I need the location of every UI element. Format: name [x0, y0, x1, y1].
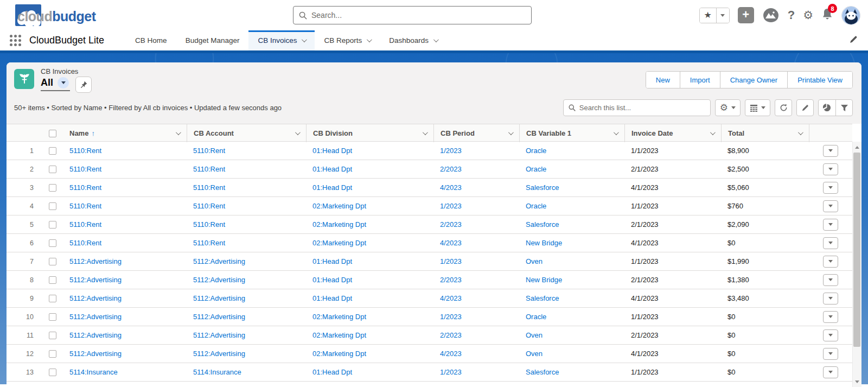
cell-name-link[interactable]: 5110:Rent — [69, 239, 101, 247]
cell-cb-division-link[interactable]: 01:Head Dpt — [312, 368, 352, 376]
row-checkbox[interactable] — [49, 276, 56, 284]
trailhead-icon[interactable] — [762, 8, 780, 23]
cell-cb-variable-1-link[interactable]: Salesforce — [526, 220, 559, 229]
row-checkbox[interactable] — [49, 166, 56, 173]
row-checkbox[interactable] — [49, 184, 56, 192]
favorites-star-button[interactable]: ★ — [700, 8, 716, 23]
cell-name-link[interactable]: 5110:Rent — [69, 202, 101, 210]
row-actions-button[interactable] — [823, 200, 838, 212]
cell-cb-account-link[interactable]: 5110:Rent — [193, 239, 225, 247]
cell-name-link[interactable]: 5112:Advertising — [69, 257, 122, 265]
cell-cb-variable-1-link[interactable]: Oracle — [526, 165, 546, 173]
cell-cb-period-link[interactable]: 1/2023 — [440, 368, 462, 376]
cell-cb-division-link[interactable]: 02:Marketing Dpt — [312, 313, 366, 321]
cell-cb-variable-1-link[interactable]: Oracle — [526, 147, 546, 155]
tab-dashboards[interactable]: Dashboards — [380, 30, 446, 50]
cell-name-link[interactable]: 5110:Rent — [69, 183, 101, 192]
chevron-down-icon[interactable] — [295, 130, 301, 135]
inline-edit-button[interactable] — [796, 99, 814, 116]
chevron-down-icon[interactable] — [433, 37, 439, 42]
cell-cb-division-link[interactable]: 01:Head Dpt — [312, 147, 352, 155]
chevron-down-icon[interactable] — [367, 37, 372, 42]
row-actions-button[interactable] — [823, 293, 838, 304]
cell-cb-division-link[interactable]: 02:Marketing Dpt — [312, 202, 366, 210]
cell-name-link[interactable]: 5110:Rent — [69, 165, 101, 173]
list-search[interactable] — [563, 99, 711, 116]
app-launcher-icon[interactable] — [10, 35, 22, 47]
cell-cb-account-link[interactable]: 5112:Advertising — [193, 294, 245, 302]
row-actions-button[interactable] — [823, 182, 838, 194]
cell-cb-account-link[interactable]: 5110:Rent — [193, 165, 225, 173]
cell-name-link[interactable]: 5112:Advertising — [69, 313, 122, 321]
cell-cb-account-link[interactable]: 5112:Advertising — [193, 313, 245, 321]
cell-cb-variable-1-link[interactable]: New Bridge — [526, 239, 562, 247]
tab-cb-home[interactable]: CB Home — [126, 30, 176, 50]
cell-cb-period-link[interactable]: 4/2023 — [440, 350, 462, 358]
cell-cb-period-link[interactable]: 4/2023 — [440, 183, 462, 192]
cell-cb-variable-1-link[interactable]: Salesforce — [526, 183, 559, 192]
scroll-up-button[interactable] — [853, 143, 861, 151]
row-actions-button[interactable] — [823, 329, 838, 341]
change-owner-button[interactable]: Change Owner — [720, 72, 787, 88]
row-actions-button[interactable] — [823, 311, 838, 323]
select-all-checkbox[interactable] — [49, 130, 56, 137]
cell-cb-division-link[interactable]: 01:Head Dpt — [312, 165, 352, 173]
global-search[interactable] — [293, 6, 532, 24]
new-button[interactable]: New — [646, 72, 680, 88]
view-dropdown-button[interactable] — [58, 77, 69, 88]
cell-cb-division-link[interactable]: 01:Head Dpt — [312, 276, 352, 284]
cell-cb-division-link[interactable]: 01:Head Dpt — [312, 294, 352, 302]
cell-cb-division-link[interactable]: 01:Head Dpt — [312, 183, 352, 192]
chevron-down-icon[interactable] — [508, 130, 514, 135]
cell-cb-account-link[interactable]: 5110:Rent — [193, 183, 225, 192]
column-header-cb-division[interactable]: CB Division — [306, 124, 433, 142]
edit-navigation-pencil-icon[interactable] — [849, 35, 858, 44]
tab-cb-reports[interactable]: CB Reports — [315, 30, 380, 50]
cell-cb-account-link[interactable]: 5114:Insurance — [193, 368, 241, 376]
cell-cb-division-link[interactable]: 01:Head Dpt — [312, 257, 352, 265]
cell-cb-account-link[interactable]: 5112:Advertising — [193, 257, 245, 265]
cell-cb-account-link[interactable]: 5110:Rent — [193, 147, 225, 155]
global-actions-button[interactable]: + — [738, 7, 754, 23]
cell-cb-period-link[interactable]: 1/2023 — [440, 147, 462, 155]
chevron-down-icon[interactable] — [423, 130, 428, 135]
chevron-down-icon[interactable] — [176, 130, 181, 135]
row-actions-button[interactable] — [823, 145, 838, 157]
row-checkbox[interactable] — [49, 350, 56, 358]
row-checkbox[interactable] — [49, 295, 56, 302]
cell-cb-variable-1-link[interactable]: Salesforce — [526, 368, 559, 376]
scroll-down-button[interactable] — [853, 377, 861, 386]
cell-cb-account-link[interactable]: 5112:Advertising — [193, 350, 245, 358]
cell-cb-period-link[interactable]: 2/2023 — [440, 276, 462, 284]
column-header-total[interactable]: Total — [721, 124, 809, 142]
row-checkbox[interactable] — [49, 369, 56, 376]
cell-cb-period-link[interactable]: 1/2023 — [440, 313, 462, 321]
import-button[interactable]: Import — [680, 72, 720, 88]
column-header-cb-account[interactable]: CB Account — [187, 124, 306, 142]
row-actions-button[interactable] — [823, 348, 838, 360]
row-checkbox[interactable] — [49, 332, 56, 339]
chevron-down-icon[interactable] — [798, 130, 803, 135]
refresh-button[interactable] — [775, 99, 792, 116]
row-actions-button[interactable] — [823, 219, 838, 231]
row-checkbox[interactable] — [49, 313, 56, 321]
cell-cb-account-link[interactable]: 5112:Advertising — [193, 331, 245, 339]
column-header-name[interactable]: Name ↑ — [63, 124, 187, 142]
cell-cb-variable-1-link[interactable]: Oracle — [526, 313, 546, 321]
row-checkbox[interactable] — [49, 147, 56, 155]
filter-button[interactable] — [835, 100, 852, 116]
cell-cb-period-link[interactable]: 2/2023 — [440, 220, 462, 229]
row-checkbox[interactable] — [49, 202, 56, 210]
cell-name-link[interactable]: 5112:Advertising — [69, 294, 122, 302]
cell-name-link[interactable]: 5112:Advertising — [69, 276, 122, 284]
chevron-down-icon[interactable] — [302, 37, 307, 42]
chevron-down-icon[interactable] — [710, 130, 716, 135]
cell-cb-variable-1-link[interactable]: Oven — [526, 350, 542, 358]
cell-name-link[interactable]: 5114:Insurance — [69, 368, 118, 376]
cell-cb-account-link[interactable]: 5110:Rent — [193, 202, 225, 210]
show-charts-button[interactable] — [819, 100, 835, 116]
cell-cb-division-link[interactable]: 02:Marketing Dpt — [312, 331, 366, 339]
tab-cb-invoices[interactable]: CB Invoices — [248, 30, 315, 50]
list-search-input[interactable] — [579, 104, 705, 112]
cell-cb-period-link[interactable]: 2/2023 — [440, 165, 462, 173]
